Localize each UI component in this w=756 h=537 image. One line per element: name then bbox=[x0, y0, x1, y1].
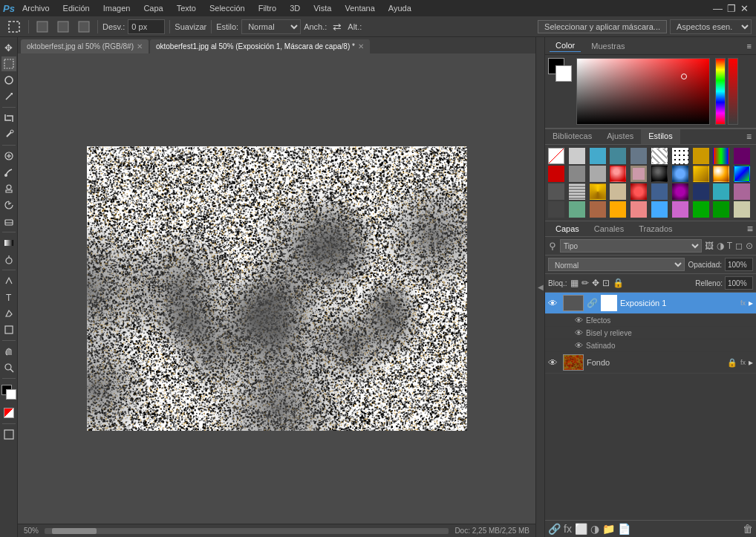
style-item-blackglossy[interactable] bbox=[651, 166, 668, 182]
lock-artboard-icon[interactable]: ⊡ bbox=[602, 278, 610, 288]
tab-color[interactable]: Color bbox=[550, 39, 581, 52]
close-btn[interactable]: ✕ bbox=[740, 3, 749, 14]
sat-val-picker[interactable] bbox=[576, 58, 710, 125]
zoom-tool[interactable] bbox=[1, 360, 16, 375]
style-item-teal[interactable] bbox=[610, 148, 626, 164]
layers-panel-options[interactable]: ≡ bbox=[747, 223, 753, 235]
styles-options[interactable]: ≡ bbox=[742, 129, 756, 144]
path-select-tool[interactable] bbox=[1, 306, 16, 321]
stamp-tool[interactable] bbox=[1, 181, 16, 196]
color-panel-options[interactable]: ≡ bbox=[747, 42, 752, 51]
layer-row-exposicion[interactable]: 👁 🔗 Exposición 1 fx ▸ bbox=[545, 293, 756, 314]
move-tool[interactable]: ✥ bbox=[1, 40, 16, 55]
style-item-purpledot[interactable] bbox=[672, 183, 688, 200]
opacity-input[interactable] bbox=[725, 258, 753, 271]
style-item-pink[interactable] bbox=[672, 201, 688, 218]
fill-input[interactable] bbox=[725, 276, 753, 290]
menu-archivo[interactable]: Archivo bbox=[16, 2, 56, 14]
tab-2[interactable]: oktoberfest1.jpg al 50% (Exposición 1, M… bbox=[150, 39, 370, 53]
tab-2-close[interactable]: ✕ bbox=[358, 42, 364, 51]
style-item-goldswirl[interactable] bbox=[590, 183, 606, 200]
style-item-graystripes[interactable] bbox=[569, 183, 585, 200]
style-item-green2[interactable] bbox=[569, 201, 585, 218]
filter-smart-icon[interactable]: ⊙ bbox=[746, 241, 753, 251]
desv-input[interactable] bbox=[128, 19, 165, 34]
style-item-mauve[interactable] bbox=[734, 183, 750, 200]
hue-slider[interactable] bbox=[715, 58, 726, 125]
style-item-blue3[interactable] bbox=[651, 183, 668, 200]
style-item-darkblue[interactable] bbox=[693, 183, 709, 200]
filter-type-icon[interactable]: T bbox=[727, 241, 732, 251]
image-canvas[interactable] bbox=[87, 146, 467, 431]
layer-visibility-fondo[interactable]: 👁 bbox=[548, 357, 560, 368]
restore-btn[interactable]: ❐ bbox=[727, 3, 736, 14]
layers-tab-canales[interactable]: Canales bbox=[587, 221, 631, 236]
style-item-multi[interactable] bbox=[713, 148, 729, 164]
style-item-salmon[interactable] bbox=[630, 201, 647, 218]
lock-transparent-icon[interactable]: ▦ bbox=[570, 278, 579, 288]
layer-chain-icon[interactable]: 🔗 bbox=[587, 298, 598, 308]
shape-tool[interactable] bbox=[1, 322, 16, 337]
pen-tool[interactable] bbox=[1, 273, 16, 288]
estilo-select[interactable]: Normal Fijo Proporcional bbox=[241, 19, 301, 34]
style-item-glossred[interactable] bbox=[610, 166, 626, 182]
layer-row-fondo[interactable]: 👁 Fondo 🔒 fx ▸ bbox=[545, 352, 756, 374]
menu-edicion[interactable]: Edición bbox=[57, 2, 96, 14]
bg-swatch[interactable] bbox=[555, 65, 572, 82]
menu-ayuda[interactable]: Ayuda bbox=[382, 2, 417, 14]
lock-all-icon[interactable]: 🔒 bbox=[613, 278, 624, 288]
style-item-gold[interactable] bbox=[693, 148, 709, 164]
style-item-cyan[interactable] bbox=[590, 148, 606, 164]
eraser-tool[interactable] bbox=[1, 214, 16, 229]
layer-fx-btn-exposicion[interactable]: fx bbox=[740, 299, 746, 307]
filter-shape-icon[interactable]: ◻ bbox=[735, 241, 743, 251]
layer-expand-icon[interactable]: ▸ bbox=[749, 298, 753, 308]
background-color[interactable] bbox=[6, 389, 16, 400]
layer-new-btn[interactable]: 📄 bbox=[618, 523, 630, 535]
style-item-charcoal[interactable] bbox=[548, 201, 564, 218]
style-item-blueglow[interactable] bbox=[672, 166, 688, 182]
style-item-gray[interactable] bbox=[569, 148, 585, 164]
layers-tab-capas[interactable]: Capas bbox=[548, 221, 587, 236]
layer-style-btn[interactable]: fx bbox=[564, 523, 572, 535]
refine-btn[interactable] bbox=[54, 19, 72, 34]
layers-type-select[interactable]: Tipo Nombre Efecto bbox=[560, 239, 702, 253]
style-item-teal2[interactable] bbox=[713, 183, 729, 200]
filter-pixel-icon[interactable]: 🖼 bbox=[705, 241, 714, 251]
crop-tool[interactable] bbox=[1, 111, 16, 126]
essentials-select[interactable]: Aspectos esen. bbox=[670, 19, 752, 34]
eyedropper-tool[interactable] bbox=[1, 127, 16, 142]
menu-vista[interactable]: Vista bbox=[307, 2, 337, 14]
tab-ajustes[interactable]: Ajustes bbox=[599, 129, 641, 144]
layer-mask-btn[interactable]: ⬜ bbox=[575, 523, 587, 535]
layer-group-btn[interactable]: 📁 bbox=[602, 523, 615, 535]
menu-3d[interactable]: 3D bbox=[284, 2, 306, 14]
style-item-khaki[interactable] bbox=[734, 201, 750, 218]
style-item-grid[interactable] bbox=[651, 148, 668, 164]
scroll-indicator[interactable] bbox=[45, 528, 449, 534]
feather-btn[interactable] bbox=[33, 19, 51, 34]
tab-muestras[interactable]: Muestras bbox=[585, 40, 630, 52]
layer-link-btn[interactable]: 🔗 bbox=[548, 523, 561, 535]
lock-image-icon[interactable]: ✏ bbox=[581, 278, 589, 288]
alpha-slider[interactable] bbox=[728, 58, 738, 125]
style-item-brown[interactable] bbox=[590, 201, 606, 218]
marquee-tool[interactable] bbox=[1, 56, 16, 71]
tool-shape-btn[interactable] bbox=[4, 19, 24, 35]
minimize-btn[interactable]: — bbox=[713, 3, 723, 14]
menu-capa[interactable]: Capa bbox=[137, 2, 169, 14]
filter-adjust-icon[interactable]: ◑ bbox=[717, 241, 724, 251]
effect-visibility-bisel[interactable]: 👁 bbox=[575, 328, 583, 337]
wand-tool[interactable] bbox=[1, 89, 16, 104]
panel-collapse-bar[interactable]: ◀ bbox=[535, 37, 544, 537]
quickmask-tool[interactable] bbox=[1, 406, 16, 420]
heal-tool[interactable] bbox=[1, 149, 16, 163]
style-item-sparkle[interactable] bbox=[713, 166, 729, 182]
layer-visibility-exposicion[interactable]: 👁 bbox=[548, 298, 560, 309]
layer-fx-btn-fondo[interactable]: fx bbox=[740, 359, 746, 366]
subtract-btn[interactable] bbox=[75, 19, 93, 34]
mask-btn[interactable]: Seleccionar y aplicar máscara... bbox=[538, 20, 667, 33]
style-item-dot[interactable] bbox=[672, 148, 688, 164]
style-item-lightgray[interactable] bbox=[590, 166, 606, 182]
style-item-green3[interactable] bbox=[693, 201, 709, 218]
